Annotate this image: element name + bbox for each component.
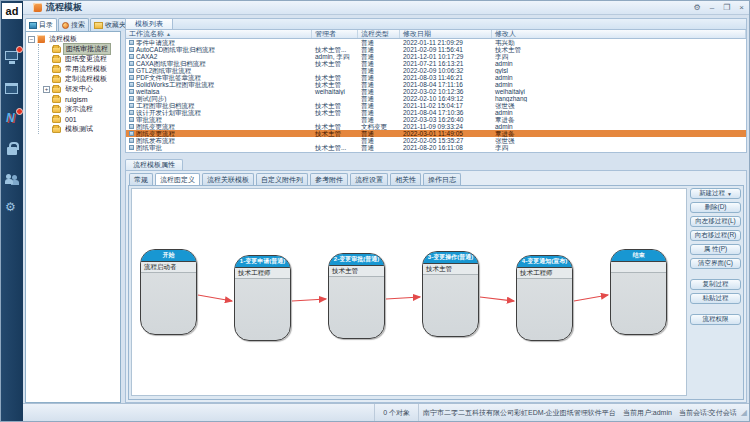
table-row[interactable]: 图纸发布流程 普通 2022-02-05 15:35:27 张世强 [126, 137, 746, 144]
workflow-date: 2021-02-09 11:56:41 [400, 46, 492, 53]
monitor-icon[interactable] [4, 49, 20, 65]
tab-search[interactable]: 搜索 [58, 18, 89, 31]
template-list-panel: 模板列表 工作流名称▲ 管理者 流程类型 修改日期 修改人 零件申请流程 普通 … [125, 18, 747, 153]
workflow-type: 普通 [358, 46, 400, 53]
table-row[interactable]: 图纸变更流程 技术主管 文档变更 2021-11-09 09:33:24 adm… [126, 123, 746, 130]
tab-favorites[interactable]: 收藏夹 [90, 18, 130, 31]
settings-icon[interactable]: ⚙ [694, 1, 701, 15]
workflow-modifier: admin [492, 109, 746, 116]
workflow-name: CAXA图纸审批归档流程 [136, 60, 206, 67]
app-icon [33, 3, 42, 12]
tree-item[interactable]: 001 [39, 114, 120, 124]
table-row[interactable]: AutoCAD图纸审批归档流程 技术主管... 普通 2021-02-09 11… [126, 46, 746, 53]
column-type[interactable]: 流程类型 [358, 30, 400, 38]
properties-tab[interactable]: 相关性 [390, 173, 421, 185]
tab-catalog[interactable]: 目录 [25, 18, 57, 31]
chevron-down-icon: ▼ [727, 191, 732, 197]
flow-action-button[interactable]: 新建过程 ▼ [690, 188, 741, 199]
flow-canvas[interactable]: 开始流程启动者1-变更申请(普通)技术工程师2-变更审批(普通)技术主管3-变更… [131, 188, 687, 396]
properties-tab[interactable]: 流程图定义 [155, 173, 200, 185]
maximize-icon[interactable]: ❐ [723, 1, 730, 15]
properties-tab[interactable]: 流程关联模板 [202, 173, 254, 185]
lock-icon[interactable] [4, 141, 20, 157]
properties-tab[interactable]: 操作日志 [423, 173, 461, 185]
workflow-name: 零件申请流程 [136, 39, 175, 46]
workflow-name: weitaisa [136, 88, 159, 95]
button-label: 属 性(P) [704, 245, 727, 254]
flow-node[interactable]: 4-变更通知(宣布)技术工程师 [516, 255, 573, 341]
table-row[interactable]: GTL2图纸审批流程 普通 2022-02-09 10:06:32 gylsl [126, 67, 746, 74]
notification-badge [16, 108, 23, 115]
workflow-icon [129, 110, 134, 115]
flow-action-button[interactable]: 粘贴过程 [690, 293, 741, 304]
flow-node[interactable]: 开始流程启动者 [140, 249, 197, 335]
flow-node[interactable]: 结束 [610, 249, 667, 335]
panel-icon[interactable] [4, 81, 20, 97]
close-icon[interactable]: × [739, 1, 744, 15]
flow-action-button[interactable]: 清空界面(C) [690, 258, 741, 269]
tree-item[interactable]: 图纸审批流程 [39, 44, 120, 54]
app-rail: ad N ⚙ [1, 1, 23, 422]
flow-node[interactable]: 1-变更申请(普通)技术工程师 [234, 255, 291, 341]
column-modifier[interactable]: 修改人 [492, 30, 746, 38]
workflow-icon [129, 131, 134, 136]
tree-item[interactable]: 定制流程模板 [39, 74, 120, 84]
flow-node[interactable]: 3-变更操作(普通)技术主管 [422, 251, 479, 337]
flow-action-button[interactable]: 复制过程 [690, 279, 741, 290]
table-row[interactable]: 测试(同步) 普通 2022-02-10 16:49:12 hangzhang [126, 95, 746, 102]
status-spacer [23, 404, 375, 421]
tree-item[interactable]: + 研发中心 [39, 84, 120, 94]
workflow-manager: weihaitaiyi [312, 88, 358, 95]
column-date[interactable]: 修改日期 [400, 30, 492, 38]
flow-node-title: 1-变更申请(普通) [235, 256, 290, 268]
minimize-icon[interactable]: – [710, 1, 714, 15]
workflow-type: 普通 [358, 130, 400, 137]
tree-item[interactable]: 演示流程 [39, 104, 120, 114]
table-row[interactable]: weitaisa weihaitaiyi 普通 2022-03-02 10:12… [126, 88, 746, 95]
flow-action-button[interactable]: 删除(D) [690, 202, 741, 213]
gear-icon[interactable]: ⚙ [4, 199, 20, 215]
tree-item[interactable]: ruigism [39, 94, 120, 104]
properties-tab[interactable]: 参考附件 [310, 173, 348, 185]
table-row[interactable]: 图纸审批 技术主管... 普通 2021-08-20 16:11:08 李四 [126, 144, 746, 151]
table-row[interactable]: 零件申请流程 普通 2022-01-11 21:09:29 韦兴勤 [126, 39, 746, 46]
table-row[interactable]: CAXA图纸审批归档流程 技术主管 普通 2021-07-21 16:13:21… [126, 60, 746, 67]
favorites-icon [94, 22, 103, 29]
properties-tab[interactable]: 自定义附件列 [256, 173, 308, 185]
activity-icon[interactable]: N [4, 111, 20, 127]
workflow-modifier: 韦兴勤 [492, 39, 746, 46]
workflow-icon [129, 124, 134, 129]
folder-icon [52, 46, 61, 53]
column-manager[interactable]: 管理者 [312, 30, 358, 38]
table-row[interactable]: 设计开发计划审批流程 技术主管 普通 2021-08-04 17:10:36 a… [126, 109, 746, 116]
properties-tab[interactable]: 流程设置 [350, 173, 388, 185]
workflow-name: 工程图审批归档流程 [136, 102, 195, 109]
table-row[interactable]: PDF文件审批签章流程 技术主管 普通 2021-08-03 11:46:21 … [126, 74, 746, 81]
tree-item[interactable]: 常用流程模板 [39, 64, 120, 74]
table-row[interactable]: 图纸变更流程 技术主管 普通 2022-03-01 11:49:05 覃进备 [126, 130, 746, 137]
column-name[interactable]: 工作流名称▲ [126, 30, 312, 38]
tree-item[interactable]: 模板测试 [39, 124, 120, 134]
workflow-date: 2022-03-02 10:12:36 [400, 88, 492, 95]
flow-action-button[interactable]: 流程权限 [690, 314, 741, 325]
workflow-type: 普通 [358, 88, 400, 95]
expand-icon[interactable]: + [43, 86, 50, 93]
workflow-name: 图纸变更流程 [136, 123, 175, 130]
tree-item[interactable]: 图纸变更流程 [39, 54, 120, 64]
collapse-icon[interactable]: − [28, 36, 35, 43]
button-label: 清空界面(C) [698, 259, 733, 268]
flow-action-button[interactable]: 向右移过程(R) [690, 230, 741, 241]
table-row[interactable]: 工程图审批归档流程 技术主管 普通 2021-11-02 15:04:17 张世… [126, 102, 746, 109]
flow-action-button[interactable]: 向左移过程(L) [690, 216, 741, 227]
tree-item-label: 定制流程模板 [63, 74, 109, 84]
users-icon[interactable] [4, 171, 20, 187]
table-row[interactable]: CAXA2 admin, 李四 普通 2021-12-01 10:17:29 李… [126, 53, 746, 60]
flow-node[interactable]: 2-变更审批(普通)技术主管 [328, 253, 385, 339]
properties-tab[interactable]: 常规 [129, 173, 153, 185]
current-session: 当前会话:交付会话 [679, 408, 737, 418]
table-row[interactable]: SolidWorks工程图审批流程 技术主管 普通 2021-08-04 17:… [126, 81, 746, 88]
resize-grip-icon[interactable]: ◢ [741, 408, 749, 417]
tree-item-label: 001 [63, 116, 79, 123]
table-row[interactable]: 审批流程 普通 2022-03-03 16:26:40 覃进备 [126, 116, 746, 123]
flow-action-button[interactable]: 属 性(P) [690, 244, 741, 255]
